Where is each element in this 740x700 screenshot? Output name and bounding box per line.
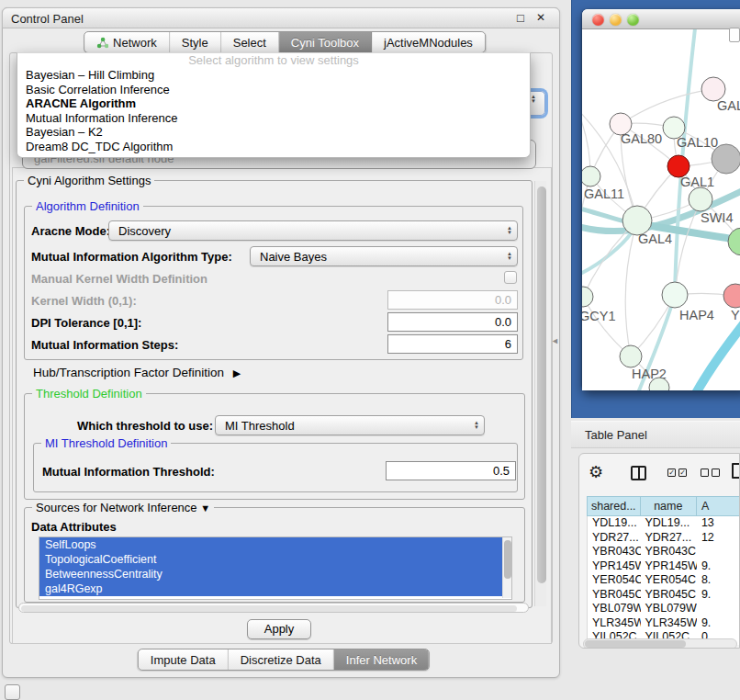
column-header[interactable]: A — [696, 496, 740, 516]
unchecked-box-icon — [701, 469, 709, 477]
attributes-scrollbar-thumb[interactable] — [504, 540, 511, 579]
gear-icon[interactable]: ⚙ — [589, 462, 603, 482]
table-row[interactable]: YBL079WYBL079W — [588, 602, 740, 616]
which-threshold-combo[interactable]: MI Threshold ▲▼ — [215, 415, 485, 435]
table-cell: YDL19... — [641, 516, 697, 531]
tab-infer-network[interactable]: Infer Network — [334, 649, 429, 670]
dpi-tolerance-field[interactable]: 0.0 — [387, 312, 518, 332]
birdseye-button[interactable] — [729, 28, 740, 42]
table-cell: YDR27... — [588, 531, 641, 546]
attribute-item[interactable]: TopologicalCoefficient — [39, 552, 502, 567]
hub-section-label[interactable]: Hub/Transcription Factor Definition ▶ — [33, 366, 241, 379]
kernel-width-label: Kernel Width (0,1): — [31, 294, 137, 308]
attribute-item[interactable]: gal4RGexp — [39, 581, 502, 596]
attribute-item[interactable]: BetweennessCentrality — [39, 567, 502, 581]
tab-discretize-data[interactable]: Discretize Data — [229, 649, 334, 670]
network-node[interactable] — [582, 166, 600, 186]
deselect-all-icon[interactable] — [701, 469, 720, 477]
dropdown-item[interactable]: Bayesian – Hill Climbing — [17, 68, 530, 83]
mi-type-combo[interactable]: Naive Bayes ▲▼ — [250, 246, 518, 266]
columns-icon[interactable] — [631, 466, 646, 480]
table-row[interactable]: YPR145WYPR145W9. — [588, 559, 740, 574]
settings-scrollbar[interactable] — [534, 181, 546, 606]
attributes-scrollbar[interactable] — [502, 537, 511, 598]
tab-network[interactable]: Network — [84, 32, 170, 52]
which-threshold-label: Which threshold to use: — [77, 419, 213, 433]
network-node[interactable] — [728, 228, 740, 255]
tab-jactivemnodules[interactable]: jActiveMNodules — [372, 32, 485, 52]
zoom-traffic-light-icon[interactable] — [627, 14, 639, 26]
network-node-label: HAP4 — [679, 308, 714, 322]
tab-style[interactable]: Style — [170, 32, 221, 52]
mi-type-label: Mutual Information Algorithm Type: — [31, 250, 232, 264]
settings-scrollbar-thumb[interactable] — [537, 186, 546, 583]
network-node[interactable] — [723, 284, 740, 308]
table-cell: YPR145W — [588, 559, 641, 574]
table-cell: YBR043C — [588, 545, 641, 559]
tab-select[interactable]: Select — [221, 32, 279, 52]
network-node[interactable] — [689, 187, 712, 211]
tab-impute-data[interactable]: Impute Data — [139, 649, 229, 670]
data-attributes-list[interactable]: SelfLoopsTopologicalCoefficientBetweenne… — [39, 536, 512, 600]
float-window-icon[interactable]: □ — [513, 11, 528, 25]
table-cell: YBR043C — [641, 545, 697, 559]
collapse-arrow-icon[interactable]: ▼ — [200, 502, 210, 514]
dropdown-item[interactable]: Dream8 DC_TDC Algorithm — [17, 140, 530, 154]
table-row[interactable]: YLR345WYLR345W9. — [588, 616, 740, 631]
network-node[interactable] — [662, 282, 688, 308]
table-cell: YBR045C — [588, 588, 641, 603]
table-row[interactable]: YBR045CYBR045C9. — [588, 588, 740, 603]
network-node[interactable] — [712, 144, 740, 174]
table-row[interactable]: YDL19...YDL19...13 — [588, 516, 740, 531]
mi-steps-field[interactable]: 6 — [387, 334, 518, 354]
network-window[interactable]: GALGAL80GAL10GAL1GAL11SWI4GAL4GCY1HAP4YH… — [582, 9, 740, 390]
control-panel-titlebar[interactable]: Control Panel □ ✕ — [2, 7, 560, 28]
table-cell — [697, 545, 740, 559]
network-node-label: Y — [731, 308, 740, 322]
network-window-titlebar[interactable] — [582, 9, 740, 29]
dropdown-item[interactable]: Basic Correlation Inference — [17, 83, 530, 97]
table-cell: YDR27... — [641, 531, 697, 546]
kernel-width-field[interactable]: 0.0 — [387, 290, 518, 310]
stepper-arrows-icon: ▲▼ — [502, 252, 517, 261]
column-header[interactable]: name — [640, 496, 697, 516]
restore-panel-button[interactable] — [5, 684, 20, 700]
checked-box-icon: ✓ — [678, 469, 687, 477]
table-hscrollbar[interactable] — [583, 638, 737, 649]
table-cell: YER054C — [641, 573, 697, 588]
table-row[interactable]: YDR27...YDR27...12 — [588, 531, 740, 546]
dropdown-item[interactable]: Mutual Information Inference — [17, 111, 530, 126]
apply-button[interactable]: Apply — [247, 619, 311, 639]
algorithm-dropdown: Select algorithm to view settings Bayesi… — [17, 52, 531, 158]
dropdown-prompt: Select algorithm to view settings — [17, 53, 530, 68]
table-row[interactable]: YER054CYER054C8. — [588, 573, 740, 588]
close-traffic-light-icon[interactable] — [592, 14, 604, 26]
network-node-label: GAL11 — [584, 186, 624, 201]
panel-resize-handle[interactable]: ◄ — [551, 336, 559, 345]
settings-hscrollbar[interactable] — [18, 603, 529, 613]
dropdown-item[interactable]: ARACNE Algorithm — [17, 96, 530, 111]
tab-cyni-toolbox[interactable]: Cyni Toolbox — [279, 32, 372, 52]
tab-label: Select — [233, 36, 266, 50]
expand-arrow-icon[interactable]: ▶ — [233, 367, 241, 378]
table-cell: 13 — [697, 516, 740, 531]
settings-hscrollbar-thumb[interactable] — [21, 605, 517, 612]
network-node[interactable] — [620, 345, 642, 367]
network-canvas[interactable]: GALGAL80GAL10GAL1GAL11SWI4GAL4GCY1HAP4YH… — [582, 29, 740, 390]
select-all-icon[interactable]: ✓✓ — [667, 469, 687, 477]
minimize-traffic-light-icon[interactable] — [610, 14, 622, 26]
aracne-mode-label: Aracne Mode: — [31, 224, 110, 238]
aracne-mode-combo[interactable]: Discovery ▲▼ — [108, 220, 518, 241]
close-icon[interactable]: ✕ — [533, 11, 548, 24]
column-header[interactable]: shared... — [587, 496, 640, 516]
table-panel-header: Table Panel — [571, 421, 740, 448]
manual-kernel-checkbox[interactable] — [504, 271, 517, 284]
dropdown-item[interactable]: Bayesian – K2 — [17, 125, 530, 140]
table-row[interactable]: YBR043CYBR043C — [588, 545, 740, 559]
file-icon[interactable] — [732, 463, 740, 479]
network-node[interactable] — [582, 287, 593, 307]
stepper-arrows-icon: ▲▼ — [502, 226, 517, 235]
mi-threshold-field[interactable]: 0.5 — [386, 461, 516, 480]
attribute-item[interactable]: SelfLoops — [39, 537, 502, 552]
table-hscrollbar-thumb[interactable] — [585, 640, 686, 648]
